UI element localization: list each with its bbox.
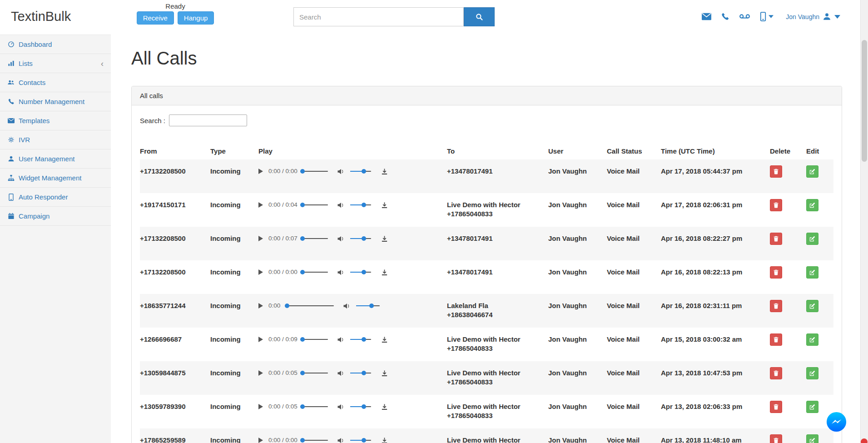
sidebar-item-templates[interactable]: Templates xyxy=(0,111,111,130)
user-cell: Jon Vaughn xyxy=(548,402,607,411)
edit-button[interactable] xyxy=(806,199,818,211)
sidebar-item-ivr[interactable]: IVR xyxy=(0,130,111,149)
audio-progress-slider[interactable] xyxy=(300,337,328,342)
type-cell: Incoming xyxy=(210,436,258,443)
sidebar-item-widget-management[interactable]: Widget Management xyxy=(0,169,111,188)
edit-button[interactable] xyxy=(806,266,818,279)
volume-slider[interactable] xyxy=(350,169,371,174)
download-icon[interactable] xyxy=(381,168,388,175)
sidebar-item-lists[interactable]: Lists ‹ xyxy=(0,54,111,73)
column-header-from[interactable]: From xyxy=(140,147,210,155)
download-icon[interactable] xyxy=(381,336,388,343)
volume-icon[interactable] xyxy=(337,403,345,410)
search-button[interactable] xyxy=(464,7,495,26)
sidebar-item-user-management[interactable]: User Management xyxy=(0,149,111,169)
download-icon[interactable] xyxy=(381,370,388,377)
volume-icon[interactable] xyxy=(337,370,345,377)
delete-button[interactable] xyxy=(770,300,782,312)
audio-progress-slider[interactable] xyxy=(300,438,328,443)
table-row: +13059844875 Incoming 0:00 / 0:05 Live D… xyxy=(140,361,833,395)
download-icon[interactable] xyxy=(381,235,388,242)
global-search-input[interactable] xyxy=(293,7,464,26)
user-menu[interactable]: Jon Vaughn xyxy=(786,12,840,21)
column-header-play[interactable]: Play xyxy=(258,147,447,155)
volume-icon[interactable] xyxy=(343,303,351,309)
volume-slider[interactable] xyxy=(350,202,371,208)
envelope-icon[interactable] xyxy=(702,13,711,20)
volume-icon[interactable] xyxy=(337,336,345,343)
play-icon[interactable] xyxy=(258,337,263,342)
volume-icon[interactable] xyxy=(337,235,345,242)
delete-button[interactable] xyxy=(770,333,782,346)
delete-button[interactable] xyxy=(770,199,782,211)
messenger-icon[interactable] xyxy=(826,412,847,432)
download-icon[interactable] xyxy=(381,202,388,209)
sidebar-item-contacts[interactable]: Contacts xyxy=(0,73,111,92)
delete-button[interactable] xyxy=(770,401,782,413)
column-header-time[interactable]: Time (UTC Time) xyxy=(661,147,770,155)
volume-slider[interactable] xyxy=(356,303,380,309)
play-icon[interactable] xyxy=(258,202,263,208)
volume-icon[interactable] xyxy=(337,202,345,209)
sidebar-item-label: Dashboard xyxy=(19,40,52,49)
receive-button[interactable]: Receive xyxy=(137,11,174,25)
play-icon[interactable] xyxy=(258,438,263,443)
column-header-user[interactable]: User xyxy=(548,147,607,155)
delete-button[interactable] xyxy=(770,434,782,443)
volume-icon[interactable] xyxy=(337,437,345,443)
table-search-input[interactable] xyxy=(169,114,247,126)
delete-button[interactable] xyxy=(770,233,782,245)
column-header-call-status[interactable]: Call Status xyxy=(607,147,661,155)
edit-button[interactable] xyxy=(806,300,818,312)
audio-progress-slider[interactable] xyxy=(300,169,328,174)
volume-slider[interactable] xyxy=(350,370,371,376)
play-icon[interactable] xyxy=(258,303,263,309)
audio-progress-slider[interactable] xyxy=(300,202,328,208)
hangup-button[interactable]: Hangup xyxy=(178,11,214,25)
sidebar-item-number-management[interactable]: Number Management xyxy=(0,92,111,111)
type-cell: Incoming xyxy=(210,200,258,209)
edit-button[interactable] xyxy=(806,165,818,178)
delete-button[interactable] xyxy=(770,165,782,178)
edit-button[interactable] xyxy=(806,367,818,379)
edit-button[interactable] xyxy=(806,401,818,413)
edit-button[interactable] xyxy=(806,233,818,245)
phone-icon[interactable] xyxy=(721,12,729,21)
delete-button[interactable] xyxy=(770,266,782,279)
audio-progress-slider[interactable] xyxy=(300,370,328,376)
audio-progress-slider[interactable] xyxy=(300,404,328,409)
play-icon[interactable] xyxy=(258,269,263,275)
volume-slider[interactable] xyxy=(350,337,371,342)
sidebar-item-campaign[interactable]: Campaign xyxy=(0,207,111,226)
play-icon[interactable] xyxy=(258,370,263,376)
volume-slider[interactable] xyxy=(350,438,371,443)
vertical-scrollbar[interactable] xyxy=(860,0,868,443)
edit-button[interactable] xyxy=(806,434,818,443)
play-icon[interactable] xyxy=(258,236,263,241)
edit-button[interactable] xyxy=(806,333,818,346)
sidebar-item-dashboard[interactable]: Dashboard xyxy=(0,35,111,54)
volume-slider[interactable] xyxy=(350,404,371,409)
audio-progress-slider[interactable] xyxy=(300,269,328,275)
play-icon[interactable] xyxy=(258,169,263,174)
table-row: +17132208500 Incoming 0:00 / 0:00 +13478… xyxy=(140,260,833,294)
brand-logo[interactable]: TextinBulk xyxy=(11,9,71,24)
delete-button[interactable] xyxy=(770,367,782,379)
column-header-to[interactable]: To xyxy=(447,147,548,155)
user-name: Jon Vaughn xyxy=(786,13,819,20)
download-icon[interactable] xyxy=(381,269,388,276)
voicemail-icon[interactable] xyxy=(739,13,750,20)
download-icon[interactable] xyxy=(381,403,388,410)
play-icon[interactable] xyxy=(258,404,263,409)
download-icon[interactable] xyxy=(381,437,388,443)
volume-icon[interactable] xyxy=(337,269,345,276)
volume-slider[interactable] xyxy=(350,236,371,241)
column-header-type[interactable]: Type xyxy=(210,147,258,155)
volume-icon[interactable] xyxy=(337,168,345,175)
mobile-menu[interactable] xyxy=(760,12,774,21)
scrollbar-thumb[interactable] xyxy=(862,40,867,162)
sidebar-item-auto-responder[interactable]: Auto Responder xyxy=(0,188,111,207)
audio-progress-slider[interactable] xyxy=(285,303,334,309)
audio-progress-slider[interactable] xyxy=(300,236,328,241)
volume-slider[interactable] xyxy=(350,269,371,275)
